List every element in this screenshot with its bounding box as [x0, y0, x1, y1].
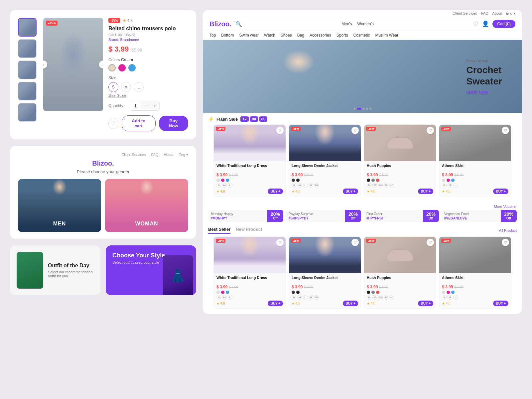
dot-1[interactable] [353, 108, 355, 110]
color-4-3[interactable] [451, 179, 455, 182]
gender-woman-option[interactable]: WOMAN [105, 179, 188, 232]
outfit-of-day-card[interactable]: Outfit of the Day Select our recommendat… [10, 245, 100, 295]
more-voucher-link[interactable]: More Voucher [208, 204, 517, 208]
wishlist-btn-3[interactable]: ♡ [427, 127, 434, 134]
size-2-xl[interactable]: XL [309, 183, 313, 188]
bs-wishlist-btn-2[interactable]: ♡ [351, 239, 359, 246]
bs-size-3-40[interactable]: 40 [389, 295, 394, 300]
size-3-39[interactable]: 39 [384, 183, 388, 188]
thumbnail-4[interactable] [18, 82, 37, 100]
size-1-l[interactable]: L [228, 183, 232, 188]
bs-wishlist-btn-1[interactable]: ♡ [276, 239, 284, 246]
color-1-2[interactable] [221, 179, 224, 182]
add-to-cart-button[interactable]: Add to cart [122, 115, 156, 131]
bs-size-3-39[interactable]: 39 [384, 295, 388, 300]
bs-buy-btn-1[interactable]: BUY + [268, 301, 283, 306]
bs-size-3-38[interactable]: 38 [378, 295, 383, 300]
color-3-2[interactable] [371, 179, 375, 182]
buy-now-button[interactable]: Buy Now [159, 116, 188, 131]
color-3-1[interactable] [367, 179, 370, 182]
size-3-38[interactable]: 38 [378, 183, 383, 188]
cat-watch[interactable]: Watch [264, 33, 275, 38]
size-2-l[interactable]: L [303, 183, 308, 188]
header-client-services[interactable]: Client Services [121, 153, 146, 157]
cat-bag[interactable]: Bag [297, 33, 304, 38]
bs-size-2-xl[interactable]: XL [309, 295, 313, 300]
size-3-40[interactable]: 40 [389, 183, 394, 188]
cat-swimwear[interactable]: Swim wear [239, 33, 259, 38]
color-pink[interactable] [118, 64, 126, 71]
size-4-m[interactable]: M [448, 183, 452, 188]
bs-buy-btn-3[interactable]: BUY + [418, 301, 433, 306]
color-2-2[interactable] [296, 179, 300, 182]
bs-size-2-xxl[interactable]: 2XL [314, 295, 319, 300]
dot-4[interactable] [366, 108, 368, 110]
store-faq[interactable]: FAQ [481, 11, 488, 16]
buy-btn-2[interactable]: BUY + [343, 189, 358, 194]
cat-top[interactable]: Top [209, 33, 216, 38]
bs-color-3-1[interactable] [367, 291, 370, 294]
nav-mens[interactable]: Men's [339, 21, 354, 27]
bs-size-1-l[interactable]: L [228, 295, 232, 300]
header-faq[interactable]: FAQ [151, 153, 159, 157]
color-2-1[interactable] [292, 179, 295, 182]
color-blue[interactable] [128, 64, 136, 71]
bs-size-4-m[interactable]: M [448, 295, 452, 300]
bs-size-2-s[interactable]: S [292, 295, 296, 300]
thumbnail-3[interactable] [18, 61, 37, 79]
bs-size-3-36[interactable]: 36 [367, 295, 371, 300]
bs-color-1-2[interactable] [221, 291, 224, 294]
tab-new-product[interactable]: New Product [236, 227, 262, 234]
bs-buy-btn-2[interactable]: BUY + [343, 301, 358, 306]
color-4-2[interactable] [447, 179, 450, 182]
voucher-2[interactable]: Payday Surprise #SRPSPYDY 20% Off [286, 210, 361, 222]
bs-size-1-m[interactable]: M [222, 295, 227, 300]
bs-buy-btn-4[interactable]: BUY + [493, 301, 508, 306]
wishlist-btn-1[interactable]: ♡ [276, 127, 284, 134]
bs-color-4-2[interactable] [447, 291, 450, 294]
thumbnail-2[interactable] [18, 39, 37, 58]
bs-color-2-2[interactable] [296, 291, 300, 294]
wishlist-btn-2[interactable]: ♡ [351, 127, 359, 134]
search-icon[interactable]: 🔍 [235, 21, 242, 27]
bs-color-1-3[interactable] [226, 291, 229, 294]
bs-size-2-m[interactable]: M [297, 295, 302, 300]
wishlist-button[interactable]: ♡ [108, 118, 118, 129]
bs-size-1-s[interactable]: S [216, 295, 221, 300]
size-2-m[interactable]: M [297, 183, 302, 188]
choose-style-card[interactable]: Choose Your Style Select outfit based yo… [106, 245, 196, 295]
size-2-xxl[interactable]: 2XL [314, 183, 319, 188]
header-about[interactable]: About [164, 153, 174, 157]
quantity-increase-button[interactable]: + [150, 101, 159, 110]
bs-color-1-1[interactable] [216, 291, 220, 294]
wishlist-icon[interactable]: ♡ [473, 20, 478, 28]
color-4-1[interactable] [442, 179, 445, 182]
voucher-4[interactable]: Vegetarian Food #VEGANLOVE 20% Off [442, 210, 517, 222]
size-1-m[interactable]: M [222, 183, 227, 188]
color-cream[interactable] [108, 64, 116, 71]
bs-color-3-2[interactable] [371, 291, 375, 294]
cat-accessories[interactable]: Accessories [310, 33, 331, 38]
size-guide-link[interactable]: Size Guide [108, 93, 188, 97]
size-1-s[interactable]: S [216, 183, 221, 188]
bs-wishlist-btn-4[interactable]: ♡ [502, 239, 509, 246]
bs-wishlist-btn-3[interactable]: ♡ [427, 239, 434, 246]
color-3-3[interactable] [376, 179, 379, 182]
size-2-s[interactable]: S [292, 183, 296, 188]
bs-size-4-l[interactable]: L [453, 295, 458, 300]
cat-muslim-wear[interactable]: Muslim Wear [375, 33, 398, 38]
bs-color-4-3[interactable] [451, 291, 455, 294]
quantity-decrease-button[interactable]: − [141, 101, 150, 110]
cart-button[interactable]: Cart (0) [492, 20, 515, 28]
buy-btn-1[interactable]: BUY + [268, 189, 283, 194]
bs-color-2-1[interactable] [292, 291, 295, 294]
hero-shop-now-button[interactable]: SHOP NOW [466, 90, 502, 95]
size-4-s[interactable]: S [442, 183, 447, 188]
dot-3[interactable] [363, 108, 365, 110]
all-products-link[interactable]: All Product [499, 228, 517, 232]
bs-size-2-l[interactable]: L [303, 295, 308, 300]
color-1-1[interactable] [216, 179, 220, 182]
thumbnail-5[interactable] [18, 103, 37, 122]
nav-womens[interactable]: Women's [355, 21, 376, 27]
color-1-3[interactable] [226, 179, 229, 182]
